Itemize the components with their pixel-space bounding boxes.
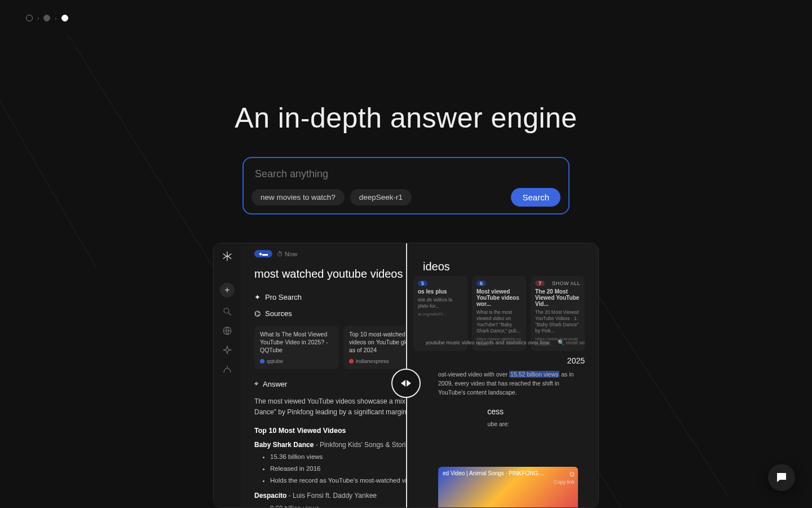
breadcrumb-step-1[interactable] [26, 15, 33, 21]
search-button[interactable]: Search [511, 188, 561, 207]
chevron-right-icon: › [55, 15, 56, 21]
video-entry: Despacito - Luis Fonsi ft. Daddy Yankee … [254, 491, 407, 507]
copy-link-label: Copy link [554, 479, 575, 485]
status-pill: ●▬ [254, 250, 272, 257]
list-item: Released in 2016 [270, 464, 407, 474]
left-app-rail: + [214, 243, 241, 507]
right-section-heading: 2025 [567, 356, 585, 365]
list-item: 8.60 billion views [270, 503, 407, 507]
left-top-bar: ●▬ ⏱ Now + Space / most [254, 250, 407, 257]
answer-icon: ⌖ [254, 379, 258, 388]
video-caption: ed Video | Animal Songs · PINKFONG ... [443, 470, 544, 476]
show-all-button[interactable]: SHOW ALL [552, 281, 580, 286]
globe-icon[interactable] [222, 326, 232, 336]
copy-icon[interactable]: ⧉ [570, 470, 575, 478]
chevron-right-icon: › [37, 15, 39, 21]
model-selector[interactable]: deepSeek-r1 [350, 189, 412, 205]
sources-icon: ⌬ [254, 309, 261, 318]
answer-label: Answer [263, 380, 287, 388]
sparkle-icon[interactable] [222, 345, 232, 355]
source-url: ia.org/wiki/Fi... [418, 312, 463, 317]
source-badge: 5 [418, 281, 427, 286]
library-icon[interactable] [222, 364, 232, 374]
source-snippet: iste de vidéos la plate-for... [418, 297, 463, 309]
pro-search-label: Pro Search [265, 293, 302, 301]
source-title: The 20 Most Viewed YouTube Vid... [535, 288, 580, 307]
list-item: Holds the record as YouTube's most-watch… [270, 476, 407, 486]
right-subtext-fragment: ube are: [487, 421, 509, 427]
sources-label: Sources [265, 309, 292, 318]
support-chat-button[interactable] [768, 464, 795, 491]
caret-right-icon [407, 380, 411, 387]
suggestion-chip[interactable]: new movies to watch? [251, 189, 345, 205]
page-title: An in-depth answer engine [235, 102, 577, 134]
caret-left-icon [401, 380, 405, 387]
source-card[interactable]: What Is The Most Viewed YouTube Video in… [254, 326, 339, 369]
right-title-fragment: ideos [423, 260, 450, 273]
source-domain: indianexpress [356, 358, 389, 365]
sources-header: ⌬ Sources [254, 309, 407, 318]
pro-search-row[interactable]: ✦ Pro Search [254, 293, 407, 301]
comparison-panel: + ideos 5 os les plus iste de vidéos la … [213, 243, 599, 508]
perplexity-logo-icon [221, 250, 233, 262]
comparison-slider-handle[interactable] [391, 369, 421, 398]
source-title: What Is The Most Viewed YouTube Video in… [260, 330, 333, 354]
source-snippet: The 20 Most Viewed YouTube Videos · 1. "… [535, 309, 580, 334]
query-title: most watched youtube videos [254, 268, 407, 281]
source-domain: qqtube [267, 358, 283, 365]
source-snippet: What is the most viewed video on YouTube… [476, 309, 522, 334]
answer-body: The most viewed YouTube videos showcase … [254, 396, 407, 507]
source-title: Top 10 most-watched videos on YouTube gl… [349, 330, 407, 354]
svg-point-0 [224, 308, 229, 313]
search-icon[interactable] [222, 306, 232, 317]
new-thread-button[interactable]: + [220, 283, 235, 297]
source-badge: 7 [535, 281, 545, 286]
breadcrumb[interactable]: › › [26, 15, 68, 21]
search-box: new movies to watch? deepSeek-r1 Search [242, 157, 570, 214]
right-subheading-fragment: cess [487, 407, 504, 416]
sparkle-icon: ✦ [254, 293, 261, 301]
related-search-fragment: most se [566, 339, 585, 345]
related-search-row: youtube music video records and statisti… [426, 339, 585, 345]
answer-intro: The most viewed YouTube videos showcase … [254, 397, 407, 416]
video-thumbnail[interactable]: ed Video | Animal Songs · PINKFONG ... ⧉… [438, 467, 578, 507]
source-title: os les plus [418, 288, 463, 295]
answer-subheading: Top 10 Most Viewed Videos [254, 426, 407, 436]
search-input[interactable] [251, 166, 561, 188]
breadcrumb-step-3[interactable] [61, 15, 68, 21]
source-badge: 6 [476, 281, 486, 286]
source-title: Most viewed YouTube videos wor... [476, 288, 522, 307]
source-card[interactable]: Top 10 most-watched videos on YouTube gl… [343, 326, 407, 369]
related-search-text[interactable]: youtube music video records and statisti… [426, 339, 550, 345]
left-panel-content: ●▬ ⏱ Now + Space / most most watched you… [241, 243, 407, 507]
video-entry: Baby Shark Dance - Pinkfong Kids' Songs … [254, 440, 407, 486]
right-answer-fragment: ost-viewed video with over 15.52 billion… [438, 370, 585, 397]
list-item: 15.36 billion views [270, 452, 407, 462]
answer-header: ⌖ Answer [254, 379, 407, 388]
breadcrumb-step-2[interactable] [43, 15, 50, 21]
timestamp-label: Now [285, 251, 297, 257]
